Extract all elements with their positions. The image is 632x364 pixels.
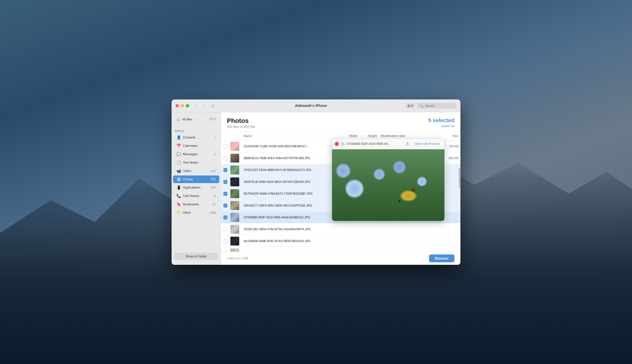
thumb-image	[230, 248, 239, 252]
sidebar-contacts-count: 1	[214, 136, 216, 139]
preview-image	[332, 149, 444, 221]
search-input[interactable]	[425, 104, 454, 108]
row-thumbnail	[230, 177, 240, 187]
sidebar-other-count: 1468	[209, 211, 216, 214]
row-thumbnail	[230, 236, 240, 246]
sidebar-photos-count: 906	[211, 178, 216, 181]
maximize-button[interactable]	[186, 104, 189, 107]
sidebar-item-other[interactable]: 📁 Other 1468	[173, 209, 219, 217]
sidebar-contacts-label: Contacts	[183, 136, 212, 139]
back-button[interactable]: ‹	[193, 102, 200, 109]
row-checkbox[interactable]	[221, 144, 230, 148]
sidebar-video-label: Video	[183, 169, 209, 173]
select-all-link[interactable]: Select all	[441, 124, 454, 128]
checkbox[interactable]	[223, 239, 227, 243]
scrollbar-thumb[interactable]	[459, 168, 460, 188]
view-toggle[interactable]: ⊞ ▾	[406, 103, 415, 108]
calendars-icon: 📅	[177, 144, 181, 148]
thumb-image	[230, 225, 239, 234]
thumb-image	[230, 166, 239, 174]
table-row[interactable]: F629C1BC-3B04-479A-B730-143A09AA0FF4.JPG	[221, 223, 460, 235]
row-checkbox[interactable]	[221, 168, 230, 172]
close-button[interactable]	[176, 104, 179, 107]
sidebar-item-bookmarks[interactable]: 🔖 Bookmarks 12	[173, 200, 219, 208]
checkbox[interactable]	[223, 144, 227, 148]
sidebar-divider	[172, 126, 221, 126]
row-filename: 7BBA8FD8-39A2-4923-8CB8-577FABB7D829.JPG	[242, 251, 337, 252]
sidebar-item-calendars[interactable]: 📅 Calendars	[173, 142, 219, 150]
forward-button[interactable]: ›	[201, 102, 208, 109]
content-title-group: Photos 906 files on 853 MB	[227, 117, 255, 129]
preview-close-button[interactable]: ✕	[335, 142, 339, 146]
other-icon: 📁	[177, 210, 181, 215]
content-area: Photos 906 files on 853 MB 5 selected Se…	[221, 112, 460, 265]
checkbox[interactable]	[223, 251, 227, 252]
sidebar-item-call-history[interactable]: 📞 Call History 0	[173, 192, 219, 200]
recover-button[interactable]: Recover	[429, 254, 454, 262]
row-checkbox[interactable]	[221, 216, 230, 220]
preview-nav-button[interactable]: ›	[340, 142, 345, 146]
checkbox[interactable]	[223, 216, 227, 220]
thumb-image	[230, 189, 239, 198]
row-thumbnail	[230, 212, 240, 222]
checkbox[interactable]	[223, 192, 227, 196]
sidebar-item-all-files[interactable]: 🗂 All files 3379	[173, 116, 219, 123]
sidebar-item-photos[interactable]: 🖼 Photos 906	[173, 176, 219, 183]
preview-share-button[interactable]	[404, 141, 411, 147]
content-header: Photos 906 files on 853 MB 5 selected Se…	[221, 112, 460, 132]
thumb-image	[230, 213, 239, 222]
selected-count: 5 selected	[428, 117, 454, 124]
row-height: 1334	[359, 251, 379, 252]
nav-buttons: ‹ ›	[193, 102, 208, 109]
scrollbar-track[interactable]	[458, 132, 460, 252]
row-checkbox[interactable]	[221, 180, 230, 184]
toolbar-right: ⊞ ▾ 🔍	[406, 103, 456, 108]
video-icon: 📹	[177, 169, 181, 173]
row-thumbnail	[230, 248, 240, 252]
preview-open-with-button[interactable]: Open with Preview	[412, 141, 442, 146]
sidebar-item-contacts[interactable]: 👤 Contacts 1	[173, 134, 219, 142]
sidebar-item-text-notes[interactable]: 📋 Text Notes	[173, 159, 219, 166]
content-subtitle: 906 files on 853 MB	[227, 125, 255, 128]
checkbox[interactable]	[223, 156, 227, 160]
chevron-down-icon: ▾	[411, 104, 413, 108]
row-checkbox[interactable]	[221, 192, 230, 196]
sidebar-item-applications[interactable]: 📱 Applications... 900	[173, 184, 219, 192]
checkbox[interactable]	[223, 168, 227, 172]
row-checkbox[interactable]	[221, 251, 230, 252]
titlebar: ‹ › ⌂ Aleksandr's iPhone ⊞ ▾ 🔍	[172, 100, 460, 112]
row-filename: CE2A0CBF-C1BD-4C0B-4205-B91C99C9F0C7...	[242, 144, 337, 148]
sidebar-section-label: Library	[172, 127, 221, 133]
row-checkbox[interactable]	[221, 204, 230, 208]
home-button[interactable]: ⌂	[209, 102, 216, 109]
sidebar-call-history-label: Call History	[183, 194, 212, 198]
minimize-button[interactable]	[181, 104, 184, 107]
main-window: ‹ › ⌂ Aleksandr's iPhone ⊞ ▾ 🔍 🗂 All fil…	[172, 100, 460, 265]
row-thumbnail	[230, 165, 240, 175]
sidebar-video-count: 101	[211, 169, 216, 173]
table-container[interactable]: Name Width Height Modification date Size…	[221, 132, 460, 252]
table-row[interactable]: 7BBA8FD8-39A2-4923-8CB8-577FABB7D829.JPG…	[221, 247, 460, 252]
photos-icon: 🖼	[177, 177, 181, 182]
table-row[interactable]: 9A1D6B46-948B-4F9C-8744-F8E9C660341D.JPG	[221, 235, 460, 247]
sidebar-call-history-count: 0	[214, 194, 216, 198]
row-thumbnail	[230, 142, 240, 151]
search-bar[interactable]: 🔍	[417, 103, 456, 108]
show-in-finder-button[interactable]: Show in Finder	[175, 253, 218, 260]
selection-info: 5 selected Select all	[428, 117, 454, 128]
row-checkbox[interactable]	[221, 156, 230, 160]
col-height: Height	[359, 133, 379, 139]
row-checkbox[interactable]	[221, 227, 230, 231]
checkbox[interactable]	[223, 204, 227, 208]
thumb-image	[230, 154, 239, 163]
sidebar-item-video[interactable]: 📹 Video 101	[173, 167, 219, 175]
row-filename: CF050985-563F-4216-9956-A6AEAE68D02A.JPG	[242, 216, 337, 219]
row-checkbox[interactable]	[221, 239, 230, 243]
sidebar-item-messages[interactable]: 💬 Messages 2	[173, 150, 219, 158]
checkbox[interactable]	[223, 180, 227, 184]
row-width: 750	[337, 251, 359, 252]
checkbox[interactable]	[223, 227, 227, 231]
sidebar-text-notes-label: Text Notes	[183, 161, 214, 164]
traffic-lights	[176, 104, 189, 107]
text-notes-icon: 📋	[177, 160, 181, 165]
